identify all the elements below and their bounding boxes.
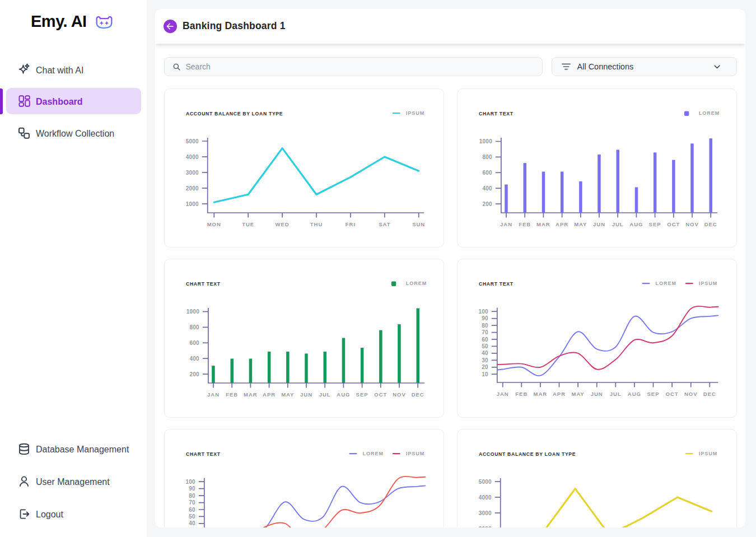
- svg-text:JUN: JUN: [300, 391, 312, 398]
- svg-text:200: 200: [482, 201, 492, 207]
- svg-text:AUG: AUG: [337, 391, 350, 398]
- svg-text:80: 80: [482, 323, 488, 329]
- svg-text:CHART TEXT: CHART TEXT: [479, 281, 514, 287]
- svg-text:WED: WED: [275, 221, 289, 227]
- svg-text:4000: 4000: [478, 494, 491, 501]
- svg-text:JUL: JUL: [319, 391, 330, 398]
- svg-text:JAN: JAN: [207, 391, 219, 398]
- svg-text:LOREM: LOREM: [362, 451, 384, 456]
- svg-text:JUN: JUN: [590, 391, 603, 397]
- svg-text:APR: APR: [553, 391, 566, 397]
- svg-text:OCT: OCT: [667, 221, 680, 227]
- svg-text:1000: 1000: [185, 201, 198, 207]
- svg-text:40: 40: [482, 350, 488, 356]
- svg-text:SAT: SAT: [379, 221, 390, 227]
- svg-text:CHART TEXT: CHART TEXT: [186, 451, 221, 457]
- svg-text:200: 200: [189, 371, 199, 377]
- svg-text:NOV: NOV: [684, 391, 697, 397]
- svg-text:MAY: MAY: [281, 391, 294, 398]
- svg-text:THU: THU: [310, 221, 323, 227]
- svg-text:100: 100: [478, 309, 488, 315]
- svg-text:NOV: NOV: [393, 391, 406, 398]
- svg-text:JUN: JUN: [593, 221, 605, 227]
- svg-text:10: 10: [482, 371, 488, 377]
- svg-text:800: 800: [482, 154, 492, 160]
- svg-text:ACCOUNT BALANCE BY LOAN TYPE: ACCOUNT BALANCE BY LOAN TYPE: [186, 111, 283, 116]
- svg-text:2000: 2000: [185, 185, 198, 192]
- svg-text:600: 600: [482, 170, 492, 176]
- svg-text:APR: APR: [556, 221, 568, 227]
- svg-text:MAR: MAR: [533, 391, 547, 397]
- svg-text:MAY: MAY: [571, 391, 584, 397]
- svg-text:IPSUM: IPSUM: [405, 451, 424, 456]
- svg-text:2000: 2000: [478, 526, 491, 527]
- svg-text:DEC: DEC: [411, 391, 424, 398]
- svg-text:100: 100: [185, 479, 195, 485]
- svg-text:FEB: FEB: [519, 221, 531, 227]
- svg-text:SEP: SEP: [647, 391, 659, 397]
- svg-text:3000: 3000: [185, 170, 198, 176]
- svg-text:60: 60: [189, 507, 195, 513]
- svg-text:IPSUM: IPSUM: [698, 281, 717, 286]
- svg-text:70: 70: [189, 499, 195, 506]
- svg-text:IPSUM: IPSUM: [405, 110, 424, 116]
- svg-text:SEP: SEP: [356, 391, 368, 398]
- svg-text:DEC: DEC: [703, 391, 716, 397]
- svg-text:AUG: AUG: [627, 391, 641, 397]
- svg-text:1000: 1000: [186, 309, 199, 315]
- svg-text:MAY: MAY: [574, 221, 587, 227]
- svg-text:ACCOUNT BALANCE BY LOAN TYPE: ACCOUNT BALANCE BY LOAN TYPE: [479, 451, 576, 457]
- svg-text:400: 400: [189, 356, 199, 362]
- svg-text:JAN: JAN: [500, 221, 512, 227]
- svg-text:80: 80: [189, 493, 195, 499]
- svg-text:600: 600: [189, 340, 199, 346]
- svg-text:5000: 5000: [185, 138, 198, 144]
- svg-text:30: 30: [482, 357, 488, 363]
- svg-text:MAR: MAR: [244, 391, 258, 398]
- svg-text:SUN: SUN: [412, 221, 425, 227]
- svg-text:3000: 3000: [478, 510, 491, 516]
- svg-text:400: 400: [482, 185, 492, 192]
- svg-text:90: 90: [482, 315, 488, 321]
- svg-text:50: 50: [189, 513, 195, 520]
- svg-text:NOV: NOV: [685, 221, 699, 227]
- svg-text:OCT: OCT: [374, 391, 387, 398]
- svg-text:90: 90: [189, 485, 195, 492]
- svg-text:4000: 4000: [185, 154, 198, 160]
- svg-text:MON: MON: [207, 221, 221, 227]
- svg-text:1000: 1000: [479, 138, 492, 144]
- svg-text:800: 800: [189, 324, 199, 330]
- svg-text:APR: APR: [263, 391, 276, 398]
- svg-text:LOREM: LOREM: [655, 281, 676, 286]
- svg-text:DEC: DEC: [704, 221, 717, 227]
- svg-text:FEB: FEB: [226, 391, 238, 398]
- svg-text:FEB: FEB: [515, 391, 528, 397]
- svg-text:20: 20: [482, 364, 488, 370]
- svg-text:40: 40: [189, 520, 195, 526]
- svg-text:70: 70: [482, 329, 488, 335]
- svg-text:TUE: TUE: [242, 221, 254, 227]
- svg-text:LOREM: LOREM: [405, 281, 427, 286]
- svg-text:CHART TEXT: CHART TEXT: [479, 111, 514, 116]
- svg-text:LOREM: LOREM: [698, 110, 720, 116]
- svg-text:MAR: MAR: [536, 221, 550, 227]
- svg-text:FRI: FRI: [345, 221, 355, 227]
- svg-text:OCT: OCT: [665, 391, 678, 397]
- svg-text:JUL: JUL: [612, 221, 623, 227]
- svg-text:JAN: JAN: [496, 391, 508, 397]
- svg-text:AUG: AUG: [629, 221, 643, 227]
- svg-text:5000: 5000: [478, 479, 491, 485]
- svg-text:SEP: SEP: [648, 221, 661, 227]
- svg-text:60: 60: [482, 337, 488, 343]
- svg-text:CHART TEXT: CHART TEXT: [186, 281, 221, 287]
- svg-text:IPSUM: IPSUM: [698, 451, 717, 456]
- svg-text:50: 50: [482, 343, 488, 349]
- svg-text:JUL: JUL: [609, 391, 621, 397]
